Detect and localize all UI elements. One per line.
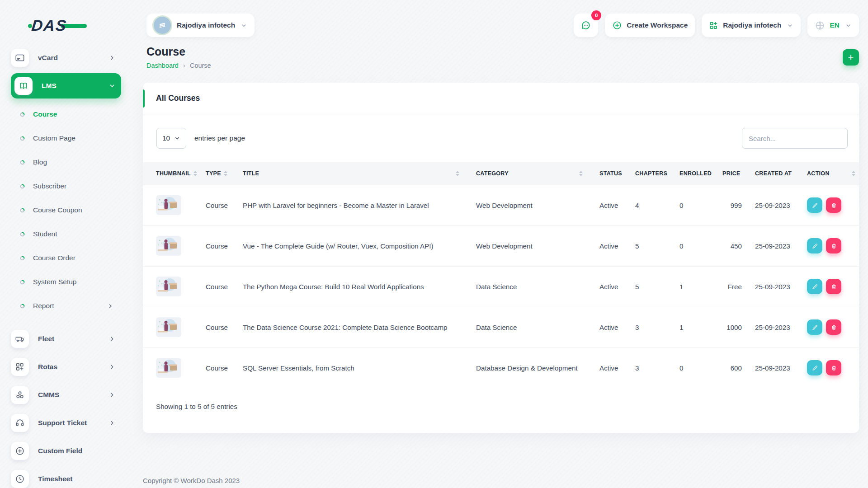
column-category[interactable]: CATEGORY — [463, 162, 586, 185]
sidebar-item-custom-page[interactable]: Custom Page — [11, 127, 121, 150]
chevron-down-icon — [241, 22, 247, 29]
chevron-right-icon — [108, 363, 116, 371]
sidebar-item-custom-field[interactable]: Custom Field — [11, 438, 121, 464]
cell-category: Database Design & Development — [463, 347, 586, 388]
cell-category: Data Science — [463, 307, 586, 347]
messages-button[interactable]: 0 — [574, 14, 598, 37]
chevron-right-icon — [108, 391, 116, 399]
delete-button[interactable] — [826, 319, 841, 335]
search-input[interactable] — [742, 128, 848, 149]
bullet-icon — [20, 112, 25, 117]
card-title: All Courses — [156, 94, 200, 103]
topbar-actions: 0 Create Workspace Rajodiya infotech — [574, 14, 859, 37]
entries-per-page-select[interactable]: 10 — [156, 128, 186, 149]
sidebar-item-blog[interactable]: Blog — [11, 151, 121, 174]
org-switcher[interactable]: Rajodiya infotech — [702, 14, 801, 37]
delete-button[interactable] — [826, 238, 841, 253]
sidebar-item-course[interactable]: Course — [11, 103, 121, 126]
sidebar-item-support-ticket[interactable]: Support Ticket — [11, 410, 121, 436]
language-selector[interactable]: EN — [807, 14, 859, 37]
org-name: Rajodiya infotech — [723, 21, 781, 29]
edit-button[interactable] — [807, 279, 822, 294]
submenu-label: Course Order — [33, 254, 75, 262]
sort-icon — [193, 171, 197, 176]
cell-price: 1000 — [709, 307, 742, 347]
sidebar-item-label: Custom Field — [38, 447, 82, 455]
submenu-label: Report — [33, 302, 54, 310]
sidebar-item-timesheet[interactable]: Timesheet — [11, 466, 121, 488]
sidebar-item-rotas[interactable]: Rotas — [11, 354, 121, 380]
cell-enrolled: 0 — [666, 225, 709, 266]
cell-type: Course — [193, 185, 230, 225]
edit-button[interactable] — [807, 319, 822, 335]
sidebar-item-course-order[interactable]: Course Order — [11, 247, 121, 269]
chevron-right-icon — [108, 419, 116, 427]
create-workspace-button[interactable]: Create Workspace — [605, 14, 695, 37]
cell-enrolled: 0 — [666, 347, 709, 388]
sidebar: DAS vCard LMS Course — [0, 0, 131, 488]
bullet-icon — [20, 304, 25, 309]
workspace-name: Rajodiya infotech — [177, 21, 235, 29]
sidebar-item-system-setup[interactable]: System Setup — [11, 271, 121, 293]
cell-enrolled: 0 — [666, 185, 709, 225]
delete-button[interactable] — [826, 360, 841, 375]
sidebar-item-fleet[interactable]: Fleet — [11, 326, 121, 352]
delete-button[interactable] — [826, 279, 841, 294]
submenu-label: Custom Page — [33, 134, 75, 142]
column-status[interactable]: STATUS — [586, 162, 622, 185]
column-type[interactable]: TYPE — [193, 162, 230, 185]
entries-value: 10 — [162, 134, 170, 142]
sidebar-item-vcard[interactable]: vCard — [11, 45, 121, 70]
sidebar-item-report[interactable]: Report — [11, 295, 121, 317]
bullet-icon — [20, 184, 25, 189]
sidebar-item-cmms[interactable]: CMMS — [11, 382, 121, 408]
book-icon — [14, 77, 33, 95]
sidebar-item-label: CMMS — [38, 391, 59, 399]
headset-icon — [11, 414, 29, 432]
copyright-text: Copyright © WorkDo Dash 2023 — [143, 477, 240, 484]
column-created-at[interactable]: CREATED AT — [742, 162, 794, 185]
sidebar-item-subscriber[interactable]: Subscriber — [11, 175, 121, 197]
table-row: Course Vue - The Complete Guide (w/ Rout… — [143, 225, 859, 266]
column-price[interactable]: PRICE — [709, 162, 742, 185]
card-accent-bar — [143, 89, 145, 108]
cell-type: Course — [193, 347, 230, 388]
cell-enrolled: 1 — [666, 266, 709, 307]
logo-text: DAS — [31, 17, 68, 34]
cell-type: Course — [193, 225, 230, 266]
page-head: Course Dashboard › Course + — [146, 45, 859, 69]
delete-button[interactable] — [826, 197, 841, 213]
breadcrumb: Dashboard › Course — [146, 61, 211, 69]
topbar: Rajodiya infotech 0 Create Workspace — [131, 0, 868, 37]
column-thumbnail[interactable]: THUMBNAIL — [143, 162, 193, 185]
cell-created-at: 25-09-2023 — [742, 225, 794, 266]
workspace-switcher[interactable]: Rajodiya infotech — [146, 14, 255, 37]
sidebar-item-label: Rotas — [38, 363, 57, 371]
create-workspace-label: Create Workspace — [627, 21, 688, 29]
chevron-down-icon — [174, 135, 180, 141]
add-course-button[interactable]: + — [843, 49, 859, 66]
chevron-down-icon — [845, 22, 852, 29]
chevron-down-icon — [108, 82, 116, 89]
cell-category: Data Science — [463, 266, 586, 307]
edit-button[interactable] — [807, 238, 822, 253]
edit-button[interactable] — [807, 360, 822, 375]
cell-chapters: 3 — [622, 347, 666, 388]
sidebar-item-lms[interactable]: LMS — [11, 73, 121, 99]
entries-summary: Showing 1 to 5 of 5 entries — [143, 388, 859, 433]
sidebar-item-student[interactable]: Student — [11, 223, 121, 245]
column-chapters[interactable]: CHAPTERS — [622, 162, 666, 185]
bullet-icon — [20, 136, 25, 141]
column-title[interactable]: TITLE — [230, 162, 463, 185]
cell-status: Active — [586, 225, 622, 266]
course-thumbnail — [156, 236, 181, 256]
sidebar-item-course-coupon[interactable]: Course Coupon — [11, 199, 121, 221]
cell-category: Web Development — [463, 225, 586, 266]
column-enrolled[interactable]: ENROLLED — [666, 162, 709, 185]
sidebar-item-label: vCard — [38, 54, 58, 62]
column-action[interactable]: ACTION — [794, 162, 859, 185]
edit-button[interactable] — [807, 197, 822, 213]
breadcrumb-dashboard-link[interactable]: Dashboard — [146, 62, 179, 69]
cell-status: Active — [586, 266, 622, 307]
messages-badge: 0 — [591, 10, 601, 20]
